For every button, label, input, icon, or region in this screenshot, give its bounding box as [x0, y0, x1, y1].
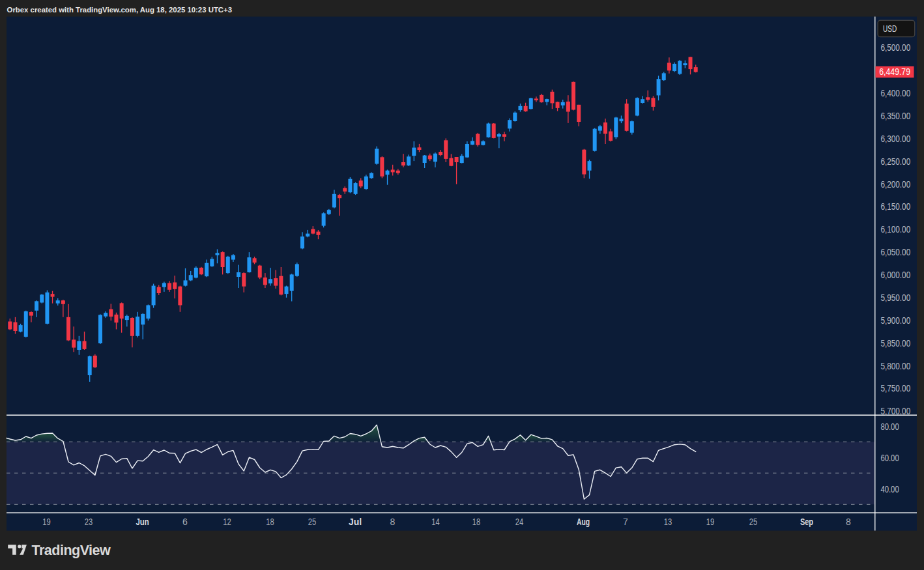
- svg-text:5,750.00: 5,750.00: [880, 383, 910, 393]
- svg-text:USD: USD: [883, 23, 897, 34]
- svg-text:18: 18: [472, 517, 481, 527]
- svg-text:7: 7: [623, 517, 628, 527]
- svg-text:60.00: 60.00: [880, 453, 899, 463]
- svg-text:40.00: 40.00: [880, 484, 899, 494]
- svg-text:23: 23: [85, 517, 93, 527]
- svg-text:18: 18: [266, 517, 274, 527]
- svg-text:5,900.00: 5,900.00: [880, 315, 910, 326]
- svg-text:24: 24: [515, 517, 524, 527]
- svg-text:6,050.00: 6,050.00: [880, 247, 910, 257]
- svg-text:Sep: Sep: [800, 517, 813, 527]
- svg-text:13: 13: [664, 517, 672, 527]
- svg-text:TradingView: TradingView: [32, 543, 111, 558]
- svg-text:8: 8: [390, 517, 396, 527]
- svg-text:6,200.00: 6,200.00: [880, 179, 910, 190]
- svg-text:6,400.00: 6,400.00: [880, 88, 910, 98]
- svg-text:5,850.00: 5,850.00: [880, 338, 910, 349]
- svg-text:Jul: Jul: [349, 517, 362, 527]
- svg-text:19: 19: [42, 517, 51, 527]
- svg-text:6,000.00: 6,000.00: [880, 270, 910, 280]
- svg-text:6,350.00: 6,350.00: [880, 111, 910, 121]
- svg-text:5,950.00: 5,950.00: [880, 292, 910, 303]
- svg-text:Jun: Jun: [136, 517, 149, 527]
- svg-text:Orbex created with TradingView: Orbex created with TradingView.com, Aug …: [7, 5, 233, 14]
- svg-text:25: 25: [749, 517, 758, 527]
- svg-text:14: 14: [431, 517, 440, 527]
- svg-text:25: 25: [308, 517, 317, 527]
- svg-text:6,449.79: 6,449.79: [879, 66, 910, 77]
- svg-text:Aug: Aug: [577, 517, 590, 527]
- svg-text:6,500.00: 6,500.00: [880, 42, 910, 53]
- svg-text:80.00: 80.00: [880, 421, 899, 432]
- svg-text:19: 19: [706, 517, 715, 527]
- svg-text:6: 6: [182, 517, 188, 527]
- svg-text:12: 12: [223, 517, 231, 527]
- svg-text:6,150.00: 6,150.00: [880, 201, 910, 212]
- svg-text:6,250.00: 6,250.00: [880, 156, 910, 167]
- svg-text:5,700.00: 5,700.00: [880, 406, 910, 416]
- svg-text:6,100.00: 6,100.00: [880, 224, 910, 235]
- svg-text:6,300.00: 6,300.00: [880, 134, 910, 144]
- svg-text:8: 8: [846, 517, 851, 527]
- svg-text:5,800.00: 5,800.00: [880, 361, 910, 371]
